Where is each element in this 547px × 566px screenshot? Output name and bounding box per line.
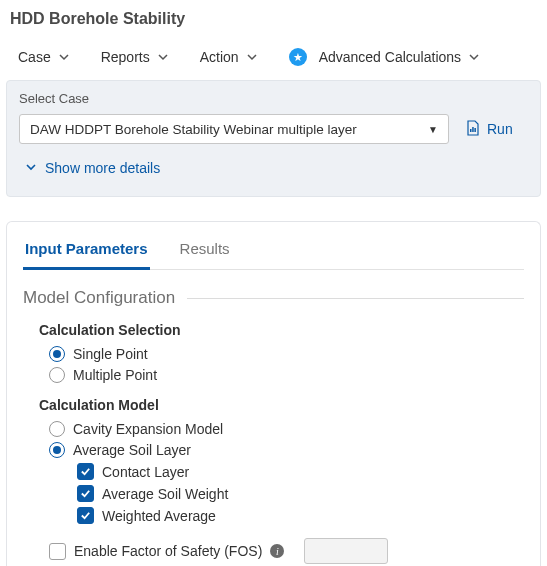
- menu-case[interactable]: Case: [18, 49, 69, 65]
- enable-fos-label: Enable Factor of Safety (FOS): [74, 543, 262, 559]
- dropdown-triangle-icon: ▼: [428, 124, 438, 135]
- fos-input[interactable]: [304, 538, 388, 564]
- model-configuration-title: Model Configuration: [23, 288, 187, 308]
- svg-rect-2: [474, 128, 476, 132]
- svg-rect-1: [472, 127, 474, 132]
- checkbox-icon: [77, 485, 94, 502]
- radio-single-point-label: Single Point: [73, 346, 148, 362]
- chart-file-icon: [465, 120, 481, 139]
- page-title: HDD Borehole Stability: [0, 0, 547, 48]
- svg-rect-0: [470, 129, 472, 132]
- menu-reports-label: Reports: [101, 49, 150, 65]
- chevron-down-icon: [59, 49, 69, 65]
- calculation-model-label: Calculation Model: [39, 397, 524, 413]
- radio-icon: [49, 346, 65, 362]
- checkbox-weighted-average[interactable]: Weighted Average: [77, 507, 524, 524]
- menu-advanced-label: Advanced Calculations: [319, 49, 461, 65]
- radio-cavity-expansion[interactable]: Cavity Expansion Model: [49, 421, 524, 437]
- radio-icon: [49, 367, 65, 383]
- checkbox-average-soil-weight[interactable]: Average Soil Weight: [77, 485, 524, 502]
- menubar: Case Reports Action ★ Advanced Calculati…: [0, 48, 547, 80]
- radio-cavity-label: Cavity Expansion Model: [73, 421, 223, 437]
- checkbox-icon: [77, 507, 94, 524]
- checkbox-avg-weight-label: Average Soil Weight: [102, 486, 228, 502]
- select-case-panel: Select Case DAW HDDPT Borehole Stability…: [6, 80, 541, 197]
- divider: [187, 298, 524, 299]
- menu-action[interactable]: Action: [200, 49, 257, 65]
- star-icon: ★: [289, 48, 307, 66]
- calculation-selection-label: Calculation Selection: [39, 322, 524, 338]
- menu-case-label: Case: [18, 49, 51, 65]
- chevron-down-icon: [469, 49, 479, 65]
- tabs: Input Parameters Results: [23, 234, 524, 270]
- menu-action-label: Action: [200, 49, 239, 65]
- checkbox-enable-fos[interactable]: [49, 543, 66, 560]
- checkbox-contact-layer[interactable]: Contact Layer: [77, 463, 524, 480]
- main-panel: Input Parameters Results Model Configura…: [6, 221, 541, 566]
- show-more-label: Show more details: [45, 160, 160, 176]
- info-icon[interactable]: i: [270, 544, 284, 558]
- menu-reports[interactable]: Reports: [101, 49, 168, 65]
- menu-advanced-calculations[interactable]: ★ Advanced Calculations: [289, 48, 479, 66]
- checkbox-contact-label: Contact Layer: [102, 464, 189, 480]
- checkbox-icon: [77, 463, 94, 480]
- tab-results[interactable]: Results: [178, 234, 232, 269]
- chevron-down-icon: [247, 49, 257, 65]
- run-button-label: Run: [487, 121, 513, 137]
- radio-icon: [49, 442, 65, 458]
- radio-icon: [49, 421, 65, 437]
- select-case-label: Select Case: [19, 91, 528, 106]
- chevron-down-icon: [25, 160, 37, 176]
- radio-multiple-point-label: Multiple Point: [73, 367, 157, 383]
- radio-multiple-point[interactable]: Multiple Point: [49, 367, 524, 383]
- case-dropdown-value: DAW HDDPT Borehole Stability Webinar mul…: [30, 122, 357, 137]
- radio-average-label: Average Soil Layer: [73, 442, 191, 458]
- checkbox-weighted-label: Weighted Average: [102, 508, 216, 524]
- chevron-down-icon: [158, 49, 168, 65]
- case-dropdown[interactable]: DAW HDDPT Borehole Stability Webinar mul…: [19, 114, 449, 144]
- tab-input-parameters[interactable]: Input Parameters: [23, 234, 150, 270]
- run-button[interactable]: Run: [465, 120, 513, 139]
- radio-single-point[interactable]: Single Point: [49, 346, 524, 362]
- radio-average-soil-layer[interactable]: Average Soil Layer: [49, 442, 524, 458]
- show-more-details[interactable]: Show more details: [19, 144, 528, 180]
